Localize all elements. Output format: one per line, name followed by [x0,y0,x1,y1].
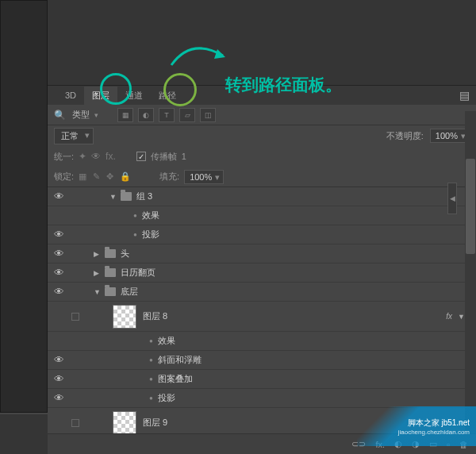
lock-icons: ▦ ✎ ✥ 🔒 [79,171,131,182]
effect-bullet-icon: ● [149,356,153,364]
unity-style-icon[interactable]: fx. [106,151,116,162]
lock-transparent-icon[interactable]: ▦ [79,171,86,182]
layer-name[interactable]: 底层 [121,286,138,298]
propagate-value: 1 [182,152,186,161]
fx-badge[interactable]: fx [446,312,452,321]
filter-shape-icon[interactable]: ▱ [179,108,195,122]
effect-name[interactable]: 斜面和浮雕 [158,354,202,366]
unity-label: 统一: [54,151,74,163]
effect-bullet-icon: ● [149,337,153,344]
effect-name[interactable]: 投影 [142,229,159,240]
layer-name[interactable]: 图层 9 [143,417,167,429]
layer-name[interactable]: 组 3 [136,190,152,202]
layer-row-head[interactable]: 👁 ▶ 头 [48,244,476,264]
link-checkbox[interactable] [71,419,79,427]
effect-dropshadow-row[interactable]: 👁 ● 投影 [48,389,476,408]
fill-label: 填充: [159,171,179,183]
visibility-toggle[interactable]: 👁 [48,267,70,279]
effect-bevel-row[interactable]: 👁 ● 斜面和浮雕 [48,351,476,370]
lock-row: 锁定: ▦ ✎ ✥ 🔒 填充: 100% [48,167,476,187]
folder-icon [105,287,116,296]
panel-menu-icon[interactable]: ▤ [459,89,470,102]
link-checkbox[interactable] [71,313,79,321]
canvas-bottom-strip [0,414,48,454]
filter-type-label[interactable]: 类型 [72,109,90,121]
visibility-toggle[interactable]: 👁 [48,354,70,366]
layer-row-bottom[interactable]: 👁 ▼ 底层 [48,283,476,302]
twisty-right-icon[interactable]: ▶ [94,250,102,258]
annotation-text: 转到路径面板。 [225,74,342,96]
visibility-toggle[interactable]: 👁 [48,248,70,260]
lock-pixels-icon[interactable]: ✎ [93,171,100,182]
watermark: 脚本之家 jb51.net jiaocheng.chezhidan.com [357,406,476,446]
filter-type-icon[interactable]: T [159,108,175,122]
visibility-toggle[interactable]: 👁 [48,392,70,404]
layers-panel: 转到路径面板。 3D 图层 通道 路径 ▤ 🔍 类型 ▾ ▦ ◐ T ▱ ◫ 正… [48,0,476,454]
opacity-value[interactable]: 100% [430,129,470,143]
layer-name[interactable]: 日历翻页 [121,267,155,279]
twisty-right-icon[interactable]: ▶ [94,269,102,277]
layer-name[interactable]: 图层 8 [143,310,167,322]
twisty-down-icon[interactable]: ▼ [109,193,117,201]
unity-position-icon[interactable]: ✦ [79,151,86,162]
blend-options-row: 正常 不透明度: 100% [48,125,476,146]
layer-thumbnail[interactable] [113,305,136,329]
effect-bullet-icon: ● [149,375,153,383]
panel-collapse-button[interactable]: ◀ [447,183,457,214]
visibility-toggle[interactable]: 👁 [48,286,70,298]
filter-adjust-icon[interactable]: ◐ [138,108,154,122]
visibility-toggle[interactable]: 👁 [48,190,70,202]
visibility-toggle[interactable]: 👁 [48,229,70,240]
propagate-frame-checkbox[interactable]: ✓ [136,152,146,161]
visibility-toggle[interactable]: 👁 [48,373,70,385]
effects-row[interactable]: ● 效果 [48,332,476,351]
effect-name[interactable]: 图案叠加 [158,373,193,385]
effect-bullet-icon: ● [149,394,153,402]
lock-label: 锁定: [54,171,74,183]
layer-thumbnail[interactable] [113,411,136,435]
watermark-line1: 脚本之家 jb51.net [408,417,470,429]
lock-all-icon[interactable]: 🔒 [120,171,131,182]
tab-3d[interactable]: 3D [57,87,84,103]
folder-icon [105,268,116,277]
effects-label[interactable]: 效果 [142,210,159,221]
effects-label[interactable]: 效果 [158,335,175,347]
twisty-down-icon[interactable]: ▼ [94,288,102,296]
blend-mode-select[interactable]: 正常 [54,128,94,144]
effect-bullet-icon: ● [133,212,137,219]
fill-value[interactable]: 100% [184,170,224,184]
propagate-label: 传播帧 [151,151,177,163]
annotation-circle-layers [100,73,132,105]
effect-pattern-row[interactable]: 👁 ● 图案叠加 [48,370,476,389]
search-icon: 🔍 [54,110,66,121]
folder-icon [121,192,132,201]
watermark-line2: jiaocheng.chezhidan.com [398,429,470,436]
layer-row-group3[interactable]: 👁 ▼ 组 3 [48,187,476,206]
filter-smart-icon[interactable]: ◫ [200,108,216,122]
layer-row-calendar[interactable]: 👁 ▶ 日历翻页 [48,264,476,283]
unity-visibility-icon[interactable]: 👁 [91,151,101,162]
effect-bullet-icon: ● [133,231,137,238]
fx-twisty-icon[interactable]: ▼ [458,313,465,321]
unity-icons: ✦ 👁 fx. [79,151,116,162]
scrollbar-thumb[interactable] [466,159,475,254]
unity-row: 统一: ✦ 👁 fx. ✓ 传播帧 1 [48,146,476,167]
annotation-circle-paths [163,73,197,106]
effects-row[interactable]: ● 效果 [48,206,476,225]
lock-position-icon[interactable]: ✥ [106,171,113,182]
dropdown-arrow-icon: ▾ [94,111,98,119]
effect-dropshadow-row[interactable]: 👁 ● 投影 [48,225,476,244]
folder-icon [105,249,116,258]
opacity-label: 不透明度: [386,130,424,142]
annotation-arrow [163,33,235,75]
effect-name[interactable]: 投影 [158,392,175,404]
layer-filter-toolbar: 🔍 类型 ▾ ▦ ◐ T ▱ ◫ [48,105,476,125]
layer-row-layer8[interactable]: 图层 8 fx ▼ [48,302,476,332]
layer-name[interactable]: 头 [121,248,129,260]
canvas-area [0,0,48,413]
filter-pixel-icon[interactable]: ▦ [117,108,133,122]
